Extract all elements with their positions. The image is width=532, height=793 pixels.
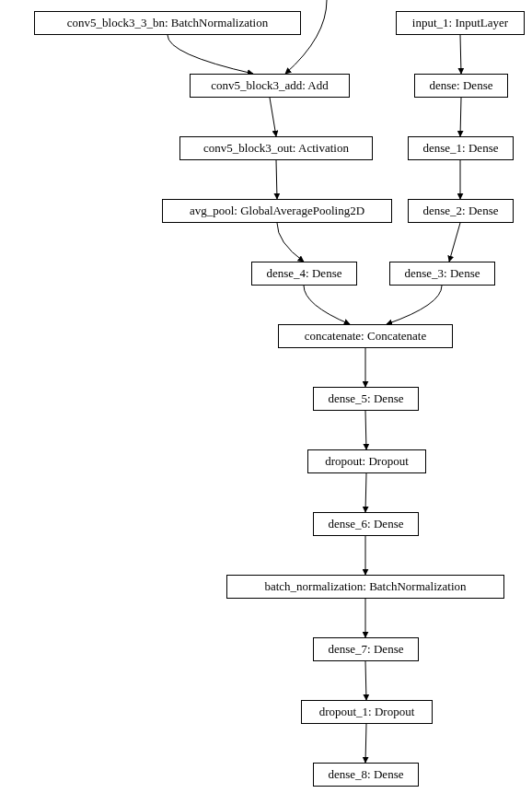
node-add: conv5_block3_add: Add (190, 74, 350, 98)
node-avgpool: avg_pool: GlobalAveragePooling2D (162, 199, 392, 223)
node-dense3: dense_3: Dense (389, 262, 495, 286)
node-dense6: dense_6: Dense (313, 512, 419, 536)
node-input1: input_1: InputLayer (396, 11, 525, 35)
node-concat: concatenate: Concatenate (278, 324, 453, 348)
node-dense4: dense_4: Dense (251, 262, 357, 286)
node-dense5: dense_5: Dense (313, 387, 419, 411)
node-dropout: dropout: Dropout (307, 449, 426, 473)
node-bn1: conv5_block3_3_bn: BatchNormalization (34, 11, 301, 35)
node-dense7: dense_7: Dense (313, 637, 419, 661)
node-dense1: dense_1: Dense (408, 136, 514, 160)
node-bn2: batch_normalization: BatchNormalization (226, 575, 504, 599)
node-dropout1: dropout_1: Dropout (301, 700, 433, 724)
node-activation: conv5_block3_out: Activation (179, 136, 373, 160)
node-dense2: dense_2: Dense (408, 199, 514, 223)
node-dense8: dense_8: Dense (313, 763, 419, 787)
node-dense: dense: Dense (414, 74, 508, 98)
